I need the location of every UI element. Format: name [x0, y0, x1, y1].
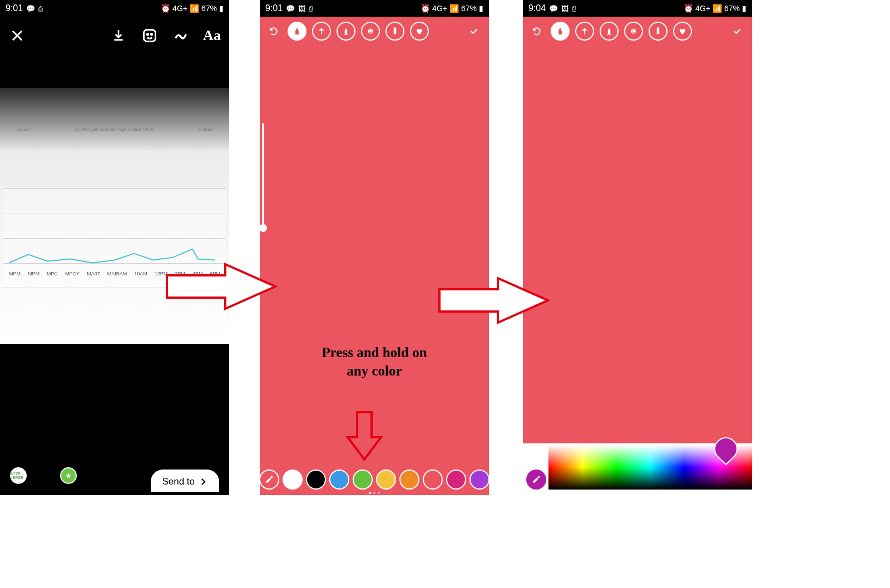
status-bar: 9:01 💬 🖼 ⎙ ⏰ 4G+ 📶 67% ▮	[260, 0, 489, 17]
brush-size-slider[interactable]	[262, 123, 264, 229]
phone-screenshot-2: 9:01 💬 🖼 ⎙ ⏰ 4G+ 📶 67% ▮	[260, 0, 489, 495]
send-to-label: Send to	[162, 476, 195, 487]
battery-icon: ▮	[219, 4, 224, 13]
done-icon[interactable]	[728, 22, 746, 41]
neon-tool-icon[interactable]	[361, 22, 380, 41]
highlighter-tool-icon[interactable]	[337, 22, 355, 41]
phone-screenshot-1: 9:01 💬 ⎙ ⏰ 4G+ 📶 67% ▮ Aa	[0, 0, 229, 495]
usb-icon: ⎙	[38, 4, 43, 13]
story-bottom-bar: BYTE VERSE Send to	[0, 456, 229, 495]
clock: 9:04	[528, 3, 546, 13]
done-icon[interactable]	[464, 22, 483, 41]
marker-tool-icon[interactable]	[551, 22, 570, 41]
color-coral[interactable]	[423, 470, 443, 490]
color-purple[interactable]	[469, 470, 490, 490]
svg-point-9	[633, 31, 635, 32]
signal-icon: 📶	[713, 4, 722, 13]
close-friends-badge[interactable]	[60, 467, 77, 484]
chart-x-axis: MPM MPM MPC MPCY MA07 MAIBAM 10AM 12PM 2…	[9, 271, 220, 276]
battery-label: 67%	[724, 4, 740, 13]
color-green[interactable]	[353, 470, 373, 490]
svg-rect-6	[394, 28, 397, 34]
color-yellow[interactable]	[376, 470, 396, 490]
undo-icon[interactable]	[528, 22, 545, 41]
blur-label-left: valued	[17, 127, 30, 132]
svg-rect-3	[344, 34, 348, 35]
neon-tool-icon[interactable]	[624, 22, 643, 41]
battery-icon: ▮	[742, 4, 746, 13]
clock: 9:01	[265, 3, 283, 13]
story-toolbar: Aa	[0, 17, 229, 55]
network-label: 4G+	[172, 4, 187, 13]
svg-rect-0	[144, 30, 156, 42]
highlighter-tool-icon[interactable]	[600, 22, 619, 41]
battery-label: 67%	[201, 4, 217, 13]
svg-rect-10	[657, 28, 660, 34]
alarm-icon: ⏰	[421, 4, 430, 13]
alarm-icon: ⏰	[161, 4, 170, 13]
your-story-avatar[interactable]: BYTE VERSE	[10, 467, 27, 484]
usb-icon: ⎙	[309, 4, 313, 13]
sticker-icon[interactable]	[140, 26, 159, 45]
embedded-chart: MPM MPM MPC MPCY MA07 MAIBAM 10AM 12PM 2…	[3, 188, 226, 288]
image-icon: 🖼	[561, 4, 568, 13]
messages-icon: 💬	[286, 4, 295, 13]
brush-size-knob[interactable]	[259, 224, 267, 232]
eyedropper-button[interactable]	[259, 470, 279, 490]
marker-tool-icon[interactable]	[288, 22, 306, 41]
color-orange[interactable]	[399, 470, 419, 490]
svg-rect-7	[607, 34, 611, 35]
eyedropper-button[interactable]	[526, 470, 546, 490]
blur-label-mid: 11-24 royal mountain region blast 795 ft	[75, 127, 153, 132]
svg-point-5	[370, 31, 372, 32]
svg-point-1	[147, 34, 148, 35]
color-magenta[interactable]	[446, 470, 466, 490]
phone-screenshot-3: 9:04 💬 🖼 ⎙ ⏰ 4G+ 📶 67% ▮	[523, 0, 752, 443]
arrow-tool-icon[interactable]	[575, 22, 594, 41]
svg-point-2	[151, 34, 152, 35]
download-icon[interactable]	[109, 26, 128, 45]
clock: 9:01	[6, 3, 23, 13]
draw-toolbar	[523, 17, 752, 46]
image-icon: 🖼	[298, 4, 305, 13]
signal-icon: 📶	[449, 4, 459, 13]
heart-tool-icon[interactable]	[673, 22, 692, 41]
color-blue[interactable]	[329, 470, 349, 490]
chisel-tool-icon[interactable]	[649, 22, 668, 41]
story-image-content[interactable]: valued 11-24 royal mountain region blast…	[0, 55, 229, 455]
color-black[interactable]	[306, 470, 326, 490]
alarm-icon: ⏰	[684, 4, 693, 13]
status-bar: 9:04 💬 🖼 ⎙ ⏰ 4G+ 📶 67% ▮	[523, 0, 752, 17]
draw-icon[interactable]	[171, 26, 190, 45]
usb-icon: ⎙	[572, 4, 576, 13]
blur-label-right: located	[198, 127, 212, 132]
color-white[interactable]	[283, 470, 303, 490]
palette-pager[interactable]	[260, 492, 489, 494]
close-icon[interactable]	[8, 26, 27, 45]
color-palette-row	[260, 470, 489, 490]
draw-toolbar	[260, 17, 489, 46]
status-bar: 9:01 💬 ⎙ ⏰ 4G+ 📶 67% ▮	[0, 0, 229, 17]
text-icon[interactable]: Aa	[202, 26, 221, 45]
messages-icon: 💬	[549, 4, 558, 13]
send-to-button[interactable]: Send to	[151, 470, 219, 492]
battery-label: 67%	[461, 4, 477, 13]
signal-icon: 📶	[190, 4, 199, 13]
network-label: 4G+	[695, 4, 710, 13]
instruction-text: Press and hold on any color	[260, 344, 489, 380]
messages-icon: 💬	[26, 4, 35, 13]
arrow-tool-icon[interactable]	[312, 22, 331, 41]
heart-tool-icon[interactable]	[410, 22, 429, 41]
chisel-tool-icon[interactable]	[385, 22, 404, 41]
network-label: 4G+	[432, 4, 447, 13]
battery-icon: ▮	[479, 4, 483, 13]
undo-icon[interactable]	[265, 22, 282, 41]
